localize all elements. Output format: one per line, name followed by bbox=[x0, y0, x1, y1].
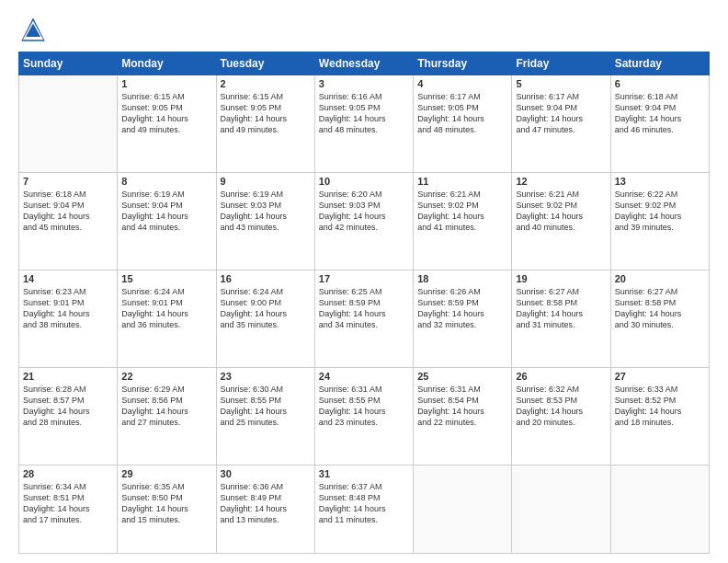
table-row: 13Sunrise: 6:22 AM Sunset: 9:02 PM Dayli… bbox=[610, 172, 709, 270]
cell-info: Sunrise: 6:29 AM Sunset: 8:56 PM Dayligh… bbox=[121, 384, 211, 429]
calendar-week-row: 7Sunrise: 6:18 AM Sunset: 9:04 PM Daylig… bbox=[19, 172, 710, 270]
day-number: 30 bbox=[221, 468, 311, 479]
table-row: 11Sunrise: 6:21 AM Sunset: 9:02 PM Dayli… bbox=[414, 172, 512, 270]
table-row: 18Sunrise: 6:26 AM Sunset: 8:59 PM Dayli… bbox=[414, 270, 512, 367]
cell-info: Sunrise: 6:15 AM Sunset: 9:05 PM Dayligh… bbox=[121, 91, 211, 136]
table-row: 8Sunrise: 6:19 AM Sunset: 9:04 PM Daylig… bbox=[118, 172, 216, 270]
day-number: 8 bbox=[121, 176, 211, 187]
table-row: 28Sunrise: 6:34 AM Sunset: 8:51 PM Dayli… bbox=[19, 465, 118, 553]
cell-info: Sunrise: 6:34 AM Sunset: 8:51 PM Dayligh… bbox=[23, 481, 113, 526]
day-number: 20 bbox=[615, 273, 705, 284]
table-row: 29Sunrise: 6:35 AM Sunset: 8:50 PM Dayli… bbox=[118, 465, 216, 553]
day-number: 9 bbox=[221, 176, 311, 187]
table-row: 20Sunrise: 6:27 AM Sunset: 8:58 PM Dayli… bbox=[610, 270, 709, 367]
cell-info: Sunrise: 6:27 AM Sunset: 8:58 PM Dayligh… bbox=[516, 286, 606, 331]
day-number: 25 bbox=[417, 371, 507, 382]
logo-icon bbox=[18, 15, 48, 44]
calendar-week-row: 21Sunrise: 6:28 AM Sunset: 8:57 PM Dayli… bbox=[19, 367, 710, 465]
cell-info: Sunrise: 6:36 AM Sunset: 8:49 PM Dayligh… bbox=[221, 481, 311, 526]
calendar-header-row: Sunday Monday Tuesday Wednesday Thursday… bbox=[19, 52, 710, 75]
table-row: 15Sunrise: 6:24 AM Sunset: 9:01 PM Dayli… bbox=[118, 270, 216, 367]
cell-info: Sunrise: 6:37 AM Sunset: 8:48 PM Dayligh… bbox=[319, 481, 409, 526]
day-number: 5 bbox=[516, 78, 606, 89]
table-row: 16Sunrise: 6:24 AM Sunset: 9:00 PM Dayli… bbox=[216, 270, 314, 367]
day-number: 17 bbox=[319, 273, 409, 284]
day-number: 21 bbox=[23, 371, 113, 382]
cell-info: Sunrise: 6:28 AM Sunset: 8:57 PM Dayligh… bbox=[23, 384, 113, 429]
day-number: 13 bbox=[615, 176, 705, 187]
day-number: 1 bbox=[121, 78, 211, 89]
table-row: 31Sunrise: 6:37 AM Sunset: 8:48 PM Dayli… bbox=[314, 465, 413, 553]
day-number: 10 bbox=[319, 176, 409, 187]
table-row bbox=[610, 465, 709, 553]
day-number: 26 bbox=[516, 371, 606, 382]
cell-info: Sunrise: 6:22 AM Sunset: 9:02 PM Dayligh… bbox=[615, 189, 705, 234]
day-number: 11 bbox=[417, 176, 507, 187]
day-number: 2 bbox=[221, 78, 311, 89]
cell-info: Sunrise: 6:26 AM Sunset: 8:59 PM Dayligh… bbox=[417, 286, 507, 331]
cell-info: Sunrise: 6:33 AM Sunset: 8:52 PM Dayligh… bbox=[615, 384, 705, 429]
cell-info: Sunrise: 6:18 AM Sunset: 9:04 PM Dayligh… bbox=[23, 189, 113, 234]
table-row: 10Sunrise: 6:20 AM Sunset: 9:03 PM Dayli… bbox=[314, 172, 413, 270]
cell-info: Sunrise: 6:35 AM Sunset: 8:50 PM Dayligh… bbox=[121, 481, 211, 526]
cell-info: Sunrise: 6:17 AM Sunset: 9:05 PM Dayligh… bbox=[417, 91, 507, 136]
cell-info: Sunrise: 6:21 AM Sunset: 9:02 PM Dayligh… bbox=[516, 189, 606, 234]
header bbox=[18, 15, 710, 44]
table-row: 1Sunrise: 6:15 AM Sunset: 9:05 PM Daylig… bbox=[118, 75, 216, 173]
col-saturday: Saturday bbox=[610, 52, 709, 75]
day-number: 27 bbox=[615, 371, 705, 382]
page: Sunday Monday Tuesday Wednesday Thursday… bbox=[0, 0, 728, 563]
table-row: 5Sunrise: 6:17 AM Sunset: 9:04 PM Daylig… bbox=[512, 75, 610, 173]
table-row: 9Sunrise: 6:19 AM Sunset: 9:03 PM Daylig… bbox=[216, 172, 314, 270]
calendar-week-row: 28Sunrise: 6:34 AM Sunset: 8:51 PM Dayli… bbox=[19, 465, 710, 553]
cell-info: Sunrise: 6:24 AM Sunset: 9:00 PM Dayligh… bbox=[221, 286, 311, 331]
cell-info: Sunrise: 6:32 AM Sunset: 8:53 PM Dayligh… bbox=[516, 384, 606, 429]
cell-info: Sunrise: 6:19 AM Sunset: 9:04 PM Dayligh… bbox=[121, 189, 211, 234]
cell-info: Sunrise: 6:20 AM Sunset: 9:03 PM Dayligh… bbox=[319, 189, 409, 234]
table-row: 23Sunrise: 6:30 AM Sunset: 8:55 PM Dayli… bbox=[216, 367, 314, 465]
day-number: 23 bbox=[221, 371, 311, 382]
calendar-table: Sunday Monday Tuesday Wednesday Thursday… bbox=[18, 52, 710, 554]
calendar-week-row: 1Sunrise: 6:15 AM Sunset: 9:05 PM Daylig… bbox=[19, 75, 710, 173]
day-number: 31 bbox=[319, 468, 409, 479]
day-number: 6 bbox=[615, 78, 705, 89]
col-friday: Friday bbox=[512, 52, 610, 75]
cell-info: Sunrise: 6:19 AM Sunset: 9:03 PM Dayligh… bbox=[221, 189, 311, 234]
day-number: 3 bbox=[319, 78, 409, 89]
table-row: 2Sunrise: 6:15 AM Sunset: 9:05 PM Daylig… bbox=[216, 75, 314, 173]
day-number: 7 bbox=[23, 176, 113, 187]
table-row bbox=[19, 75, 118, 173]
day-number: 18 bbox=[417, 273, 507, 284]
col-monday: Monday bbox=[118, 52, 216, 75]
calendar-week-row: 14Sunrise: 6:23 AM Sunset: 9:01 PM Dayli… bbox=[19, 270, 710, 367]
day-number: 14 bbox=[23, 273, 113, 284]
table-row bbox=[512, 465, 610, 553]
table-row: 19Sunrise: 6:27 AM Sunset: 8:58 PM Dayli… bbox=[512, 270, 610, 367]
cell-info: Sunrise: 6:23 AM Sunset: 9:01 PM Dayligh… bbox=[23, 286, 113, 331]
table-row: 7Sunrise: 6:18 AM Sunset: 9:04 PM Daylig… bbox=[19, 172, 118, 270]
day-number: 24 bbox=[319, 371, 409, 382]
cell-info: Sunrise: 6:18 AM Sunset: 9:04 PM Dayligh… bbox=[615, 91, 705, 136]
day-number: 12 bbox=[516, 176, 606, 187]
day-number: 29 bbox=[121, 468, 211, 479]
day-number: 15 bbox=[121, 273, 211, 284]
cell-info: Sunrise: 6:27 AM Sunset: 8:58 PM Dayligh… bbox=[615, 286, 705, 331]
table-row: 3Sunrise: 6:16 AM Sunset: 9:05 PM Daylig… bbox=[314, 75, 413, 173]
day-number: 22 bbox=[121, 371, 211, 382]
cell-info: Sunrise: 6:24 AM Sunset: 9:01 PM Dayligh… bbox=[121, 286, 211, 331]
table-row: 4Sunrise: 6:17 AM Sunset: 9:05 PM Daylig… bbox=[414, 75, 512, 173]
day-number: 28 bbox=[23, 468, 113, 479]
cell-info: Sunrise: 6:25 AM Sunset: 8:59 PM Dayligh… bbox=[319, 286, 409, 331]
col-sunday: Sunday bbox=[19, 52, 118, 75]
col-wednesday: Wednesday bbox=[314, 52, 413, 75]
cell-info: Sunrise: 6:15 AM Sunset: 9:05 PM Dayligh… bbox=[221, 91, 311, 136]
table-row: 22Sunrise: 6:29 AM Sunset: 8:56 PM Dayli… bbox=[118, 367, 216, 465]
table-row bbox=[414, 465, 512, 553]
cell-info: Sunrise: 6:17 AM Sunset: 9:04 PM Dayligh… bbox=[516, 91, 606, 136]
cell-info: Sunrise: 6:16 AM Sunset: 9:05 PM Dayligh… bbox=[319, 91, 409, 136]
logo bbox=[18, 15, 51, 44]
cell-info: Sunrise: 6:21 AM Sunset: 9:02 PM Dayligh… bbox=[417, 189, 507, 234]
table-row: 14Sunrise: 6:23 AM Sunset: 9:01 PM Dayli… bbox=[19, 270, 118, 367]
day-number: 4 bbox=[417, 78, 507, 89]
table-row: 30Sunrise: 6:36 AM Sunset: 8:49 PM Dayli… bbox=[216, 465, 314, 553]
